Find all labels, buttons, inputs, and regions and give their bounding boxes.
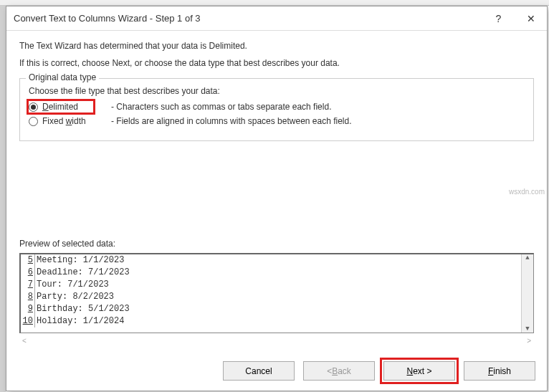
preview-label: Preview of selected data: [19,203,534,249]
finish-button[interactable]: Finish [464,361,535,381]
close-button[interactable]: ✕ [515,6,547,31]
watermark: wsxdn.com [509,188,545,196]
radio-fixedwidth[interactable] [29,117,38,126]
cancel-button[interactable]: Cancel [223,361,295,381]
scroll-right-icon[interactable]: > [527,337,531,345]
back-button: < Back [303,361,375,381]
preview-vscroll[interactable]: ▲ ▼ [521,254,533,333]
intro-text-2: If this is correct, choose Next, or choo… [19,58,534,68]
radio-delimited[interactable] [29,102,38,112]
preview-row: 7Tour: 7/1/2023 [21,279,521,291]
radio-delimited-label[interactable]: Delimited [42,102,107,112]
preview-hscroll[interactable]: < > [19,335,534,347]
scroll-down-icon[interactable]: ▼ [525,325,529,333]
preview-rows: 5Meeting: 1/1/2023 6Deadline: 7/1/2023 7… [21,254,521,333]
dialog-content: The Text Wizard has determined that your… [6,31,547,353]
radio-delimited-desc: - Characters such as commas or tabs sepa… [111,102,331,112]
wizard-dialog: Convert Text to Columns Wizard - Step 1 … [6,6,548,391]
help-button[interactable]: ? [482,6,515,31]
preview-row: 8Party: 8/2/2023 [21,291,521,303]
preview-row: 10Holiday: 1/1/2024 [21,315,521,328]
next-button[interactable]: Next > [383,361,455,381]
radio-row-fixedwidth[interactable]: Fixed width - Fields are aligned in colu… [29,116,525,126]
intro-text-1: The Text Wizard has determined that your… [19,41,534,51]
radio-fixedwidth-label[interactable]: Fixed width [42,116,107,126]
radio-row-delimited[interactable]: Delimited - Characters such as commas or… [29,102,525,112]
radio-fixedwidth-desc: - Fields are aligned in columns with spa… [111,116,352,126]
dialog-title: Convert Text to Columns Wizard - Step 1 … [14,13,482,24]
preview-box: 5Meeting: 1/1/2023 6Deadline: 7/1/2023 7… [19,253,534,333]
preview-row: 9Birthday: 5/1/2023 [21,303,521,315]
titlebar: Convert Text to Columns Wizard - Step 1 … [6,6,547,31]
scroll-up-icon[interactable]: ▲ [525,254,529,262]
group-legend: Original data type [26,72,99,82]
choose-label: Choose the file type that best describes… [29,86,525,96]
preview-row: 5Meeting: 1/1/2023 [21,254,521,267]
preview-row: 6Deadline: 7/1/2023 [21,267,521,279]
button-row: Cancel < Back Next > Finish [6,353,547,391]
scroll-left-icon[interactable]: < [22,337,27,345]
original-data-type-group: Original data type Choose the file type … [19,78,534,141]
